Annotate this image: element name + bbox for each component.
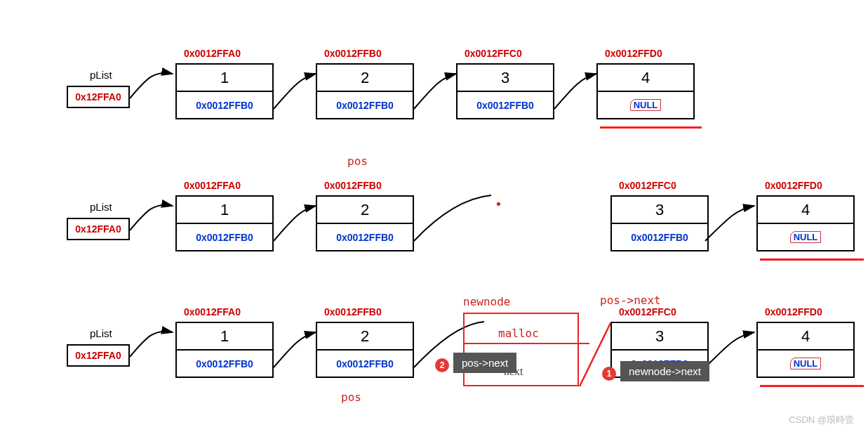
linked-list-diagram: pList 0x12FFA0 0x0012FFA0 1 0x0012FFB0 0… xyxy=(0,0,868,432)
r2-node3-next: 0x0012FFB0 xyxy=(612,224,707,250)
r2-node1-data: 1 xyxy=(177,197,272,224)
underline-1 xyxy=(600,126,702,129)
r3-node3-data: 3 xyxy=(612,323,707,351)
r2-node4-data: 4 xyxy=(758,197,853,224)
r3-node4-next: NULL xyxy=(758,351,853,377)
node3-next: 0x0012FFB0 xyxy=(458,92,553,118)
node4-data: 4 xyxy=(598,65,693,92)
r3-node1-next: 0x0012FFB0 xyxy=(177,351,272,377)
plist-box-3: 0x12FFA0 xyxy=(67,344,130,367)
plist-label-3: pList xyxy=(90,327,112,339)
plist-addr-2: 0x12FFA0 xyxy=(75,223,121,235)
node2-next: 0x0012FFB0 xyxy=(317,92,413,118)
callout-pos-next: pos->next xyxy=(453,353,516,373)
node1-data: 1 xyxy=(177,65,272,92)
pos-label-row2: pos xyxy=(347,155,368,168)
underline-2 xyxy=(760,258,864,261)
r3-node1-data: 1 xyxy=(177,323,272,351)
newnode-divider xyxy=(463,343,589,344)
r3-node-4: 4 NULL xyxy=(756,322,855,378)
r2-node-3: 3 0x0012FFB0 xyxy=(610,195,709,251)
r2-node1-addr: 0x0012FFA0 xyxy=(184,180,241,191)
r2-node4-addr: 0x0012FFD0 xyxy=(765,180,822,191)
callout-newnode-next: newnode->next xyxy=(620,361,709,381)
node-2: 2 0x0012FFB0 xyxy=(316,63,414,119)
r3-node-2: 2 0x0012FFB0 xyxy=(316,322,414,378)
plist-box: 0x12FFA0 xyxy=(67,86,130,108)
r3-node2-data: 2 xyxy=(317,323,413,351)
r2-node2-data: 2 xyxy=(317,197,413,224)
node-3: 3 0x0012FFB0 xyxy=(456,63,554,119)
r2-node-4: 4 NULL xyxy=(756,195,855,251)
node2-addr: 0x0012FFB0 xyxy=(324,48,382,59)
plist-addr: 0x12FFA0 xyxy=(75,91,121,103)
null-value-2: NULL xyxy=(790,231,822,243)
null-value-3: NULL xyxy=(790,358,822,369)
r2-node3-addr: 0x0012FFC0 xyxy=(619,180,676,191)
r3-node2-addr: 0x0012FFB0 xyxy=(324,306,382,318)
dot-marker: • xyxy=(495,197,502,211)
r2-node2-next: 0x0012FFB0 xyxy=(317,224,413,250)
r2-node-2: 2 0x0012FFB0 xyxy=(316,195,414,251)
r2-node4-next: NULL xyxy=(758,224,853,250)
node4-next: NULL xyxy=(598,92,693,118)
node3-data: 3 xyxy=(458,65,553,92)
watermark: CSDN @琅時壹 xyxy=(789,414,854,426)
pos-label-row3: pos xyxy=(341,391,361,404)
posnext-label: pos->next xyxy=(600,294,661,307)
r2-node2-addr: 0x0012FFB0 xyxy=(324,180,382,191)
plist-box-2: 0x12FFA0 xyxy=(67,218,130,240)
node2-data: 2 xyxy=(317,65,413,92)
newnode-label: newnode xyxy=(463,295,510,308)
r3-node1-addr: 0x0012FFA0 xyxy=(184,306,241,318)
node4-addr: 0x0012FFD0 xyxy=(605,48,662,59)
malloc-label: malloc xyxy=(498,327,539,340)
r3-node3-addr: 0x0012FFC0 xyxy=(619,306,676,318)
r2-node3-data: 3 xyxy=(612,197,707,224)
plist-label: pList xyxy=(90,69,112,81)
badge-1: 1 xyxy=(602,367,616,381)
plist-addr-3: 0x12FFA0 xyxy=(75,350,121,361)
r3-node4-addr: 0x0012FFD0 xyxy=(765,306,822,318)
r3-node4-data: 4 xyxy=(758,323,853,351)
r2-node1-next: 0x0012FFB0 xyxy=(177,224,272,250)
plist-label-2: pList xyxy=(90,201,112,213)
arrows-layer xyxy=(0,0,868,432)
node-4: 4 NULL xyxy=(596,63,695,119)
underline-3 xyxy=(760,385,864,387)
node1-addr: 0x0012FFA0 xyxy=(184,48,241,59)
r3-node2-next: 0x0012FFB0 xyxy=(317,351,413,377)
node-1: 1 0x0012FFB0 xyxy=(175,63,274,119)
node1-next: 0x0012FFB0 xyxy=(177,92,272,118)
r2-node-1: 1 0x0012FFB0 xyxy=(175,195,274,251)
node3-addr: 0x0012FFC0 xyxy=(465,48,522,59)
badge-2: 2 xyxy=(435,358,449,372)
null-value: NULL xyxy=(630,99,662,111)
r3-node-1: 1 0x0012FFB0 xyxy=(175,322,274,378)
